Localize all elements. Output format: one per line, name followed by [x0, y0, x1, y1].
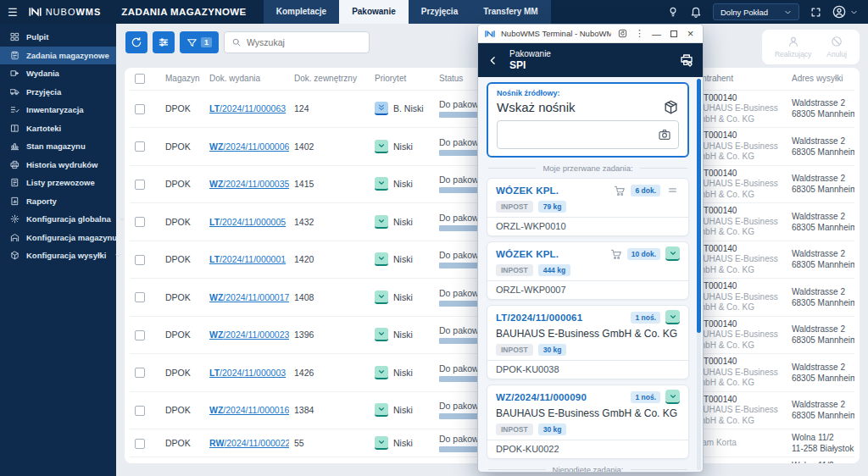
sidebar-item-inwentaryzacja[interactable]: Inwentaryzacja — [0, 101, 116, 119]
kontrahent-name: BAUHAUS E-Business GmbH & Co. KG — [692, 254, 782, 275]
sidebar-item-label: Stan magazynu — [26, 141, 86, 151]
theme-bulb-icon[interactable] — [667, 6, 679, 18]
task-code: ORZL-WKP0007 — [496, 285, 680, 295]
task-card[interactable]: WÓZEK KPL. 10 dok. INPOST444 kg ORZL-WKP… — [487, 241, 689, 300]
terminal-scrollbar[interactable] — [697, 79, 701, 470]
nubowms-logo-icon — [485, 30, 495, 38]
column-header-dok-zewnętrzny[interactable]: Dok. zewnętrzny — [289, 68, 370, 90]
dashboard-icon — [9, 32, 19, 42]
address-line1: Waldstrasse 2 — [792, 399, 849, 410]
camera-icon[interactable] — [658, 128, 671, 141]
row-checkbox[interactable] — [135, 368, 145, 378]
address-line1: Waldstrasse 2 — [792, 286, 849, 297]
anuluj-button[interactable]: Anuluj — [826, 36, 847, 58]
document-link[interactable]: LT/2024/11/000005 — [209, 217, 286, 227]
priority-low-icon — [375, 436, 388, 450]
print-settings-icon[interactable] — [680, 53, 693, 67]
row-checkbox[interactable] — [135, 439, 145, 449]
document-link[interactable]: WZ/2024/11/000023 — [209, 329, 289, 340]
fullscreen-icon[interactable] — [810, 7, 821, 18]
filter-button[interactable]: 1 — [180, 31, 219, 53]
task-title[interactable]: WÓZEK KPL. — [496, 249, 559, 259]
column-header-adres-wysyłki[interactable]: Adres wysyłki — [787, 68, 854, 90]
terminal-body: Nośnik źródłowy: Wskaż nośnik Moje przer… — [478, 77, 703, 472]
address-line2: 68305 Mannheim — [792, 184, 849, 195]
restart-app-icon[interactable] — [617, 29, 628, 38]
document-link[interactable]: WZ/2024/11/000035 — [209, 179, 289, 189]
task-title[interactable]: WÓZEK KPL. — [496, 185, 559, 196]
columns-settings-button[interactable] — [153, 31, 175, 53]
tasks-icon — [9, 51, 19, 60]
back-icon[interactable] — [487, 55, 498, 66]
task-card[interactable]: WÓZEK KPL. 6 dok. INPOST79 kg ORZL-WKP00… — [487, 178, 689, 236]
source-carrier-panel: Nośnik źródłowy: Wskaż nośnik — [487, 82, 689, 158]
sidebar-item-historia-wydruków[interactable]: Historia wydruków — [0, 156, 116, 174]
table-toolbar: 1 — [125, 31, 370, 53]
document-link[interactable]: LT/2024/11/000001 — [209, 254, 286, 264]
cell-dok-zewnetrzny: 1384 — [289, 391, 370, 429]
location-select-value: Dolny Pokład — [721, 8, 768, 17]
search-input[interactable] — [247, 37, 362, 47]
priority-very-low-icon — [375, 102, 388, 115]
scrollbar-thumb[interactable] — [697, 79, 701, 333]
sidebar-item-pulpit[interactable]: Pulpit — [0, 28, 116, 47]
tab-przyjęcia[interactable]: Przyjęcia — [409, 0, 470, 24]
menu-icon[interactable]: ☰ — [8, 6, 18, 19]
terminal-titlebar[interactable]: NuboWMS Terminal - NuboWMS ⋮ — × — [478, 25, 703, 43]
priority-label: Niski — [393, 329, 413, 340]
row-checkbox[interactable] — [135, 292, 145, 302]
document-link[interactable]: WZ/2024/11/000017 — [209, 292, 289, 302]
tab-kompletacje[interactable]: Kompletacje — [264, 0, 339, 24]
sidebar-item-konfiguracja-globalna[interactable]: Konfiguracja globalna — [0, 210, 116, 229]
notifications-bell-icon[interactable] — [690, 6, 702, 18]
column-header-magazyn[interactable]: Magazyn — [160, 68, 204, 90]
task-title[interactable]: WZ/2024/11/000090 — [496, 392, 587, 402]
select-all-checkbox[interactable] — [135, 74, 145, 84]
maximize-icon[interactable] — [668, 29, 679, 39]
document-link[interactable]: LT/2024/11/000063 — [209, 103, 286, 113]
sidebar-item-konfiguracja-magazynu[interactable]: Konfiguracja magazynu — [0, 229, 116, 247]
row-checkbox[interactable] — [135, 217, 145, 227]
minimize-icon[interactable]: — — [651, 29, 662, 39]
sidebar-item-kartoteki[interactable]: Kartoteki — [0, 119, 116, 138]
column-header-priorytet[interactable]: Priorytet — [370, 68, 434, 90]
sidebar: PulpitZadania magazynoweWydaniaPrzyjęcia… — [0, 24, 116, 476]
row-checkbox[interactable] — [135, 104, 145, 114]
row-checkbox[interactable] — [135, 330, 145, 340]
tab-pakowanie[interactable]: Pakowanie — [339, 0, 409, 24]
sidebar-item-konfiguracja-wysyłki[interactable]: Konfiguracja wysyłki — [0, 246, 116, 265]
sidebar-item-wydania[interactable]: Wydania — [0, 64, 116, 83]
sidebar-item-raporty[interactable]: Raporty — [0, 192, 116, 211]
task-card[interactable]: WZ/2024/11/000090 1 noś. BAUHAUS E-Busin… — [487, 385, 689, 459]
window-menu-icon[interactable]: ⋮ — [634, 28, 645, 39]
realizujacy-button[interactable]: Realizujący — [775, 36, 811, 58]
document-link[interactable]: RW/2024/11/000022 — [209, 438, 289, 448]
terminal-header: Pakowanie SPI — [478, 43, 703, 77]
sidebar-item-listy-przewozowe[interactable]: Listy przewozowe — [0, 174, 116, 192]
sidebar-item-label: Przyjęcia — [26, 87, 61, 97]
row-checkbox[interactable] — [135, 180, 145, 190]
location-select[interactable]: Dolny Pokład — [713, 3, 799, 20]
search-box — [224, 31, 370, 53]
tab-transfery-mm[interactable]: Transfery MM — [470, 0, 550, 24]
cell-magazyn: DPOK — [160, 165, 204, 203]
task-title[interactable]: LT/2024/11/000061 — [496, 313, 582, 323]
refresh-button[interactable] — [125, 31, 147, 53]
sidebar-item-stan-magazynu[interactable]: Stan magazynu — [0, 137, 116, 156]
column-header-dok-wydania[interactable]: Dok. wydania — [204, 68, 289, 90]
document-link[interactable]: WZ/2024/11/000006 — [209, 141, 289, 152]
row-checkbox[interactable] — [135, 406, 145, 416]
address-line2: 68305 Mannheim — [792, 259, 849, 270]
sidebar-item-przyjęcia[interactable]: Przyjęcia — [0, 83, 116, 102]
document-link[interactable]: LT/2024/11/000003 — [209, 368, 286, 378]
cell-magazyn: DPOK — [160, 354, 204, 392]
document-link[interactable]: WZ/2024/11/000016 — [209, 405, 289, 415]
task-card[interactable]: LT/2024/11/000061 1 noś. BAUHAUS E-Busin… — [487, 305, 689, 379]
carrier-input[interactable] — [504, 129, 658, 141]
priority-label: Niski — [393, 438, 413, 448]
sidebar-item-zadania-magazynowe[interactable]: Zadania magazynowe — [0, 47, 116, 65]
row-checkbox[interactable] — [135, 141, 145, 152]
close-icon[interactable]: × — [685, 27, 696, 40]
row-checkbox[interactable] — [135, 255, 145, 265]
user-menu[interactable] — [832, 5, 858, 19]
